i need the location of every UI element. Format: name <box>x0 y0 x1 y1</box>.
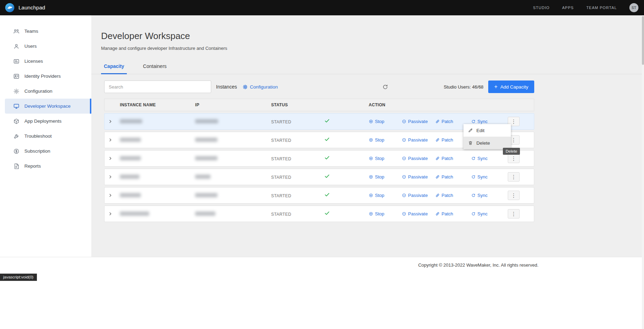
col-action: ACTION <box>369 102 534 107</box>
configuration-link[interactable]: Configuration <box>243 84 278 90</box>
tab-containers[interactable]: Containers <box>140 60 169 74</box>
passivate-icon <box>402 212 406 216</box>
tab-capacity[interactable]: Capacity <box>101 60 127 74</box>
instance-name-redacted <box>120 212 149 216</box>
sidebar-item-subscription[interactable]: Subscription <box>0 144 91 159</box>
stop-icon <box>369 175 373 179</box>
sidebar-item-identity-providers[interactable]: Identity Providers <box>0 69 91 84</box>
col-status: STATUS <box>271 102 323 107</box>
sync-action[interactable]: Sync <box>471 193 488 198</box>
expand-row-button[interactable] <box>105 119 113 124</box>
sidebar-item-label: Reports <box>24 163 41 169</box>
sidebar-item-teams[interactable]: Teams <box>0 24 91 39</box>
kebab-icon: ⋮ <box>511 193 516 198</box>
expand-row-button[interactable] <box>105 193 113 198</box>
patch-action[interactable]: Patch <box>435 119 471 124</box>
row-menu-button[interactable]: ⋮ <box>508 209 520 219</box>
stop-icon <box>369 193 373 198</box>
capacity-table: INSTANCE NAME IP STATUS ACTION STARTED S… <box>104 99 534 222</box>
row-menu-button[interactable]: ⋮ <box>508 154 520 163</box>
patch-icon <box>435 212 440 216</box>
menu-item-delete[interactable]: Delete <box>463 137 511 149</box>
patch-action[interactable]: Patch <box>435 174 471 179</box>
expand-row-button[interactable] <box>105 138 113 142</box>
patch-icon <box>435 138 440 142</box>
status-text: STARTED <box>271 193 291 198</box>
nav-studio[interactable]: STUDIO <box>533 6 550 10</box>
instance-name-redacted <box>120 156 141 160</box>
status-text: STARTED <box>271 120 291 124</box>
stop-action[interactable]: Stop <box>369 174 402 179</box>
sidebar-item-developer-workspace[interactable]: Developer Workspace <box>5 99 91 114</box>
chevron-right-icon <box>108 212 113 216</box>
table-row: STARTED Stop Passivate Patch Sync ⋮ <box>104 150 534 167</box>
row-menu-button[interactable]: ⋮ <box>508 172 520 182</box>
menu-item-label: Edit <box>476 128 484 133</box>
row-menu-button[interactable]: ⋮ <box>508 191 520 200</box>
teams-icon <box>13 28 20 35</box>
brand-title: Launchpad <box>18 5 45 11</box>
user-avatar[interactable]: ST <box>629 3 638 12</box>
stop-action[interactable]: Stop <box>369 193 402 198</box>
patch-icon <box>435 175 440 179</box>
passivate-action[interactable]: Passivate <box>402 193 435 198</box>
passivate-action[interactable]: Passivate <box>402 174 435 179</box>
stop-icon <box>369 212 373 216</box>
sync-action[interactable]: Sync <box>471 211 488 216</box>
patch-icon <box>435 156 440 161</box>
sidebar-item-reports[interactable]: Reports <box>0 159 91 174</box>
menu-item-edit[interactable]: Edit <box>463 124 511 137</box>
patch-action[interactable]: Patch <box>435 193 471 198</box>
expand-row-button[interactable] <box>105 156 113 161</box>
stop-action[interactable]: Stop <box>369 211 402 216</box>
add-capacity-button[interactable]: + Add Capacity <box>488 81 534 93</box>
passivate-action[interactable]: Passivate <box>402 137 435 143</box>
refresh-button[interactable] <box>382 83 389 91</box>
wrench-icon <box>13 133 20 139</box>
passivate-icon <box>402 175 406 179</box>
nav-apps[interactable]: APPS <box>562 6 574 10</box>
passivate-action[interactable]: Passivate <box>402 156 435 161</box>
sync-action[interactable]: Sync <box>471 174 488 179</box>
kebab-icon: ⋮ <box>511 211 516 216</box>
sync-icon <box>471 175 476 179</box>
brand: Launchpad <box>5 3 45 13</box>
chevron-right-icon <box>108 193 113 198</box>
ip-redacted <box>195 175 210 179</box>
nav-team-portal[interactable]: TEAM PORTAL <box>586 6 617 10</box>
passivate-action[interactable]: Passivate <box>402 119 435 124</box>
sync-icon <box>471 212 476 216</box>
patch-action[interactable]: Patch <box>435 211 471 216</box>
expand-row-button[interactable] <box>105 212 113 216</box>
sync-action[interactable]: Sync <box>471 156 488 161</box>
instance-name-redacted <box>120 119 142 123</box>
stop-action[interactable]: Stop <box>369 156 402 161</box>
search-input[interactable] <box>104 81 211 93</box>
sidebar-item-app-deployments[interactable]: App Deployments <box>0 114 91 129</box>
scrollbar-thumb[interactable] <box>642 16 644 65</box>
passivate-action[interactable]: Passivate <box>402 211 435 216</box>
patch-icon <box>435 193 440 198</box>
chevron-right-icon <box>108 119 113 124</box>
sidebar-item-users[interactable]: Users <box>0 39 91 54</box>
edit-pencil-icon <box>468 128 473 133</box>
status-text: STARTED <box>271 212 291 217</box>
status-text: STARTED <box>271 138 291 143</box>
footer: Copyright © 2013-2022 WaveMaker, Inc. Al… <box>0 257 644 329</box>
top-bar: Launchpad STUDIO APPS TEAM PORTAL ST <box>0 0 644 15</box>
chevron-right-icon <box>108 156 113 161</box>
table-row: STARTED Stop Passivate Patch Sync ⋮ <box>104 187 534 204</box>
status-text: STARTED <box>271 156 291 161</box>
stop-action[interactable]: Stop <box>369 119 402 124</box>
gear-icon <box>243 84 248 90</box>
sidebar-item-troubleshoot[interactable]: Troubleshoot <box>0 129 91 144</box>
sidebar-item-configuration[interactable]: Configuration <box>0 84 91 99</box>
stop-action[interactable]: Stop <box>369 137 402 143</box>
sidebar-item-licenses[interactable]: Licenses <box>0 54 91 69</box>
stop-icon <box>369 156 373 161</box>
sidebar-item-label: Subscription <box>24 148 50 154</box>
expand-row-button[interactable] <box>105 175 113 179</box>
patch-action[interactable]: Patch <box>435 156 471 161</box>
sync-action[interactable]: Sync <box>471 119 488 124</box>
capacity-toolbar: Instances Configuration Studio Users: 46… <box>104 81 534 93</box>
